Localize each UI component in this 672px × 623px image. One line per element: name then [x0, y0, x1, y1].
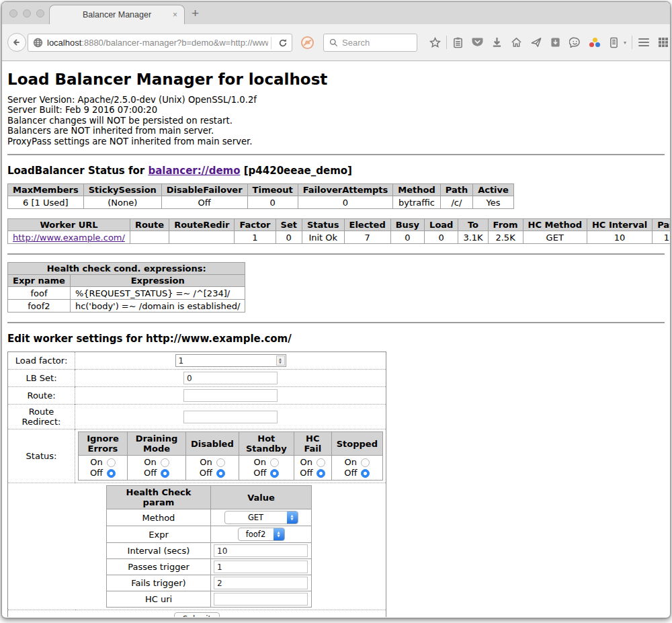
form-row: LB Set:: [8, 370, 386, 387]
content-blocked-icon[interactable]: [300, 36, 314, 52]
url-bar[interactable]: localhost:8880/balancer-manager?b=demo&w…: [28, 34, 292, 52]
selected-value: GET: [225, 511, 287, 524]
submit-cell: Submit: [8, 610, 386, 617]
hc-param-value: foof2▲▼: [211, 526, 312, 543]
disabled-off-radio[interactable]: [216, 469, 225, 478]
minimize-window-button[interactable]: [23, 9, 31, 17]
expr-select[interactable]: foof2▲▼: [238, 528, 285, 541]
chevron-down-icon[interactable]: ▾: [624, 40, 630, 46]
table-cell: /c/: [440, 196, 472, 209]
save-panel-icon[interactable]: [546, 37, 565, 48]
send-icon[interactable]: [526, 37, 546, 48]
hc-uri-input[interactable]: [214, 593, 308, 606]
downloads-icon[interactable]: [487, 37, 507, 48]
interval-secs--input[interactable]: [214, 544, 308, 557]
column-header: Active: [473, 184, 514, 196]
balancer-demo-link[interactable]: balancer://demo: [148, 165, 240, 177]
draining-mode-on-radio[interactable]: [161, 458, 169, 467]
search-icon: [329, 38, 338, 47]
back-arrow-icon: [11, 37, 22, 48]
form-value-cell: [75, 370, 386, 387]
radio-label: On: [144, 457, 156, 468]
number-stepper[interactable]: ▲▼: [175, 354, 286, 367]
stepper-arrows-icon[interactable]: ▲▼: [276, 356, 285, 366]
selected-value: foof2: [239, 528, 274, 540]
status-label: Status:: [8, 429, 75, 483]
select-stepper-icon: ▲▼: [287, 511, 298, 524]
table-cell: 0: [425, 231, 458, 244]
form-label: Load factor:: [8, 352, 75, 370]
tab-close-icon[interactable]: ×: [173, 10, 177, 19]
bookmark-star-icon[interactable]: [425, 37, 445, 48]
close-window-button[interactable]: [9, 9, 17, 17]
tab-balancer-manager[interactable]: Balancer Manager ×: [49, 5, 185, 24]
proxypass-notice-line: ProxyPass settings are NOT inherited fro…: [7, 136, 665, 147]
worker-url-link[interactable]: http://www.example.com/: [13, 233, 125, 243]
hc-param-entry: HC uri: [107, 591, 312, 608]
feedback-smiley-icon[interactable]: [565, 37, 585, 48]
status-table: Ignore ErrorsDraining ModeDisabledHot St…: [78, 431, 383, 481]
form-value-cell: [75, 405, 386, 429]
hc-fail-on-radio[interactable]: [317, 458, 325, 467]
new-tab-button[interactable]: +: [192, 6, 199, 21]
hc-param-entry: Fails trigger): [107, 575, 312, 591]
table-cell: 10: [587, 231, 652, 244]
route-redirect-input[interactable]: [183, 411, 278, 423]
balancer-status-table: MaxMembersStickySessionDisableFailoverTi…: [7, 183, 514, 209]
status-column-header: Draining Mode: [127, 432, 185, 456]
server-version-line: Server Version: Apache/2.5.0-dev (Unix) …: [7, 95, 665, 105]
radio-label: Off: [200, 468, 212, 479]
disabled-on-radio[interactable]: [216, 458, 225, 467]
draining-mode-off-radio[interactable]: [161, 469, 169, 478]
table-cell: 0: [390, 231, 424, 244]
column-header: MaxMembers: [8, 184, 84, 196]
heading-suffix: [p4420eeae_demo]: [241, 165, 352, 177]
reload-icon: [278, 38, 288, 48]
table-cell: bytraffic: [393, 196, 440, 209]
menu-icon[interactable]: [634, 38, 653, 46]
stopped-off-radio[interactable]: [361, 469, 370, 478]
column-header: Expr name: [8, 275, 71, 287]
colors-icon[interactable]: [585, 38, 604, 47]
fails-trigger--input[interactable]: [214, 577, 308, 589]
hc-param-label: Passes trigger: [107, 559, 211, 575]
stopped-on-radio[interactable]: [361, 458, 370, 467]
table-cell: Init Ok: [302, 231, 344, 244]
status-cell: Ignore ErrorsDraining ModeDisabledHot St…: [75, 429, 386, 483]
sidebar-clipboard-icon[interactable]: [604, 37, 624, 48]
submit-button[interactable]: Submit: [174, 612, 220, 617]
lb-set-input[interactable]: [183, 372, 278, 384]
hc-fail-off-radio[interactable]: [317, 469, 325, 478]
table-row: 6 [1 Used](None)Off00bytraffic/c/Yes: [8, 196, 514, 209]
form-value-cell: ▲▼: [75, 352, 386, 370]
hot-standby-off-radio[interactable]: [270, 469, 279, 478]
zoom-window-button[interactable]: [36, 9, 44, 17]
reading-list-icon[interactable]: [448, 37, 468, 48]
url-text[interactable]: localhost:8880/balancer-manager?b=demo&w…: [47, 38, 268, 48]
column-header: Timeout: [247, 184, 298, 196]
back-button[interactable]: [7, 33, 26, 52]
status-radio-cell: OnOff: [331, 456, 382, 481]
apps-grid-icon[interactable]: [653, 38, 671, 47]
status-column-header: Hot Standby: [239, 432, 294, 456]
hc-param-label: Interval (secs): [107, 543, 211, 559]
pocket-icon[interactable]: [468, 37, 487, 48]
divider: [7, 154, 665, 155]
table-cell: http://www.example.com/: [8, 231, 130, 244]
method-select[interactable]: GET▲▼: [224, 511, 298, 524]
home-icon[interactable]: [507, 37, 526, 48]
edit-worker-form: Load factor:▲▼LB Set:Route:Route Redirec…: [7, 351, 386, 617]
load-factor-input[interactable]: [175, 354, 286, 367]
window-controls[interactable]: [9, 9, 44, 17]
search-bar[interactable]: Search: [323, 34, 417, 52]
hot-standby-on-radio[interactable]: [270, 458, 279, 467]
passes-trigger-input[interactable]: [214, 560, 308, 573]
route-input[interactable]: [183, 389, 278, 402]
radio-label: Off: [144, 468, 157, 479]
ignore-errors-off-radio[interactable]: [107, 469, 116, 478]
status-row: Status:Ignore ErrorsDraining ModeDisable…: [8, 429, 386, 483]
column-header: Expression: [70, 275, 245, 287]
hc-param-value: [211, 575, 312, 591]
reload-button[interactable]: [274, 38, 292, 48]
ignore-errors-on-radio[interactable]: [107, 458, 116, 467]
